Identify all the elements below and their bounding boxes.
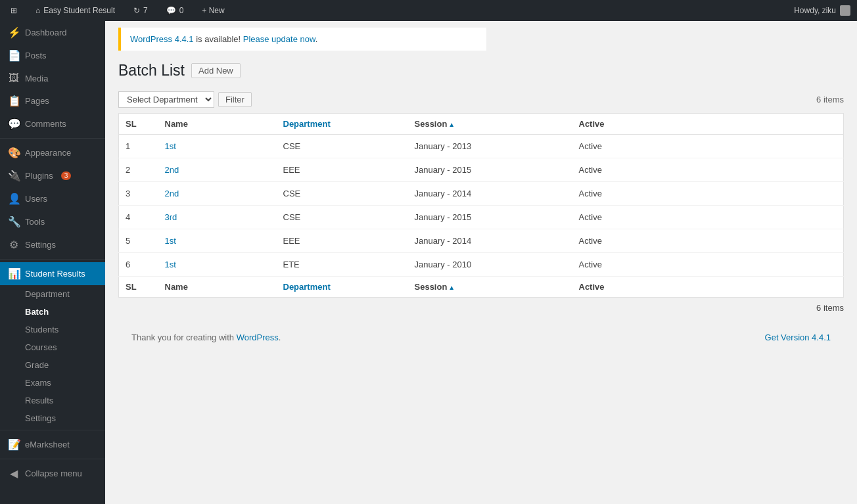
submenu-label: Students [25,325,58,334]
col-header-active: Active [572,113,844,134]
cell-sl: 1 [119,134,158,158]
col-header-name: Name [158,113,277,134]
cell-department: CSE [277,181,408,205]
batch-name-link[interactable]: 1st [165,260,176,269]
sidebar-item-student-results[interactable]: 📊 Student Results [0,262,105,285]
sidebar-item-users[interactable]: 👤 Users [0,187,105,210]
submenu-item-sr-settings[interactable]: Settings [0,409,105,427]
available-text: is available! [194,34,243,44]
pages-icon: 📋 [8,95,20,107]
filter-area: Select Department Filter [118,91,252,108]
footer-thanks-text: Thank you for creating with [131,332,237,342]
table-header-row: SL Name Department Session▲ Active [119,113,844,134]
main-content: WordPress 4.4.1 is available! Please upd… [105,21,857,504]
sidebar-item-media[interactable]: 🖼 Media [0,67,105,89]
sidebar-item-label: Dashboard [25,28,67,37]
table-row: 5 1st EEE January - 2014 Active [119,229,844,252]
student-results-icon: 📊 [8,267,20,280]
sort-icon: ▲ [448,121,455,128]
col-footer-session: Session▲ [408,276,572,297]
page-title-area: Batch List Add New [118,61,844,81]
submenu-item-exams[interactable]: Exams [0,374,105,392]
updates-count: 7 [143,6,148,15]
wp-version-link[interactable]: WordPress 4.4.1 [130,34,194,44]
submenu-item-batch[interactable]: Batch [0,303,105,321]
batch-name-link[interactable]: 3rd [165,212,177,222]
batch-name-link[interactable]: 2nd [165,189,179,198]
cell-session: January - 2014 [408,229,572,252]
sidebar-item-dashboard[interactable]: ⚡ Dashboard [0,21,105,44]
site-name-label: Easy Student Result [43,6,115,15]
new-label: + New [202,6,224,15]
cell-department: CSE [277,205,408,229]
sidebar-item-comments[interactable]: 💬 Comments [0,112,105,135]
cell-active: Active [572,205,844,229]
sidebar-item-label: Appearance [25,148,71,158]
submenu-item-department[interactable]: Department [0,285,105,303]
sidebar-item-tools[interactable]: 🔧 Tools [0,210,105,233]
wp-logo-button[interactable]: ⊞ [7,0,21,21]
cell-session: January - 2013 [408,134,572,158]
howdy-text: Howdy, ziku [794,6,836,15]
sidebar-item-appearance[interactable]: 🎨 Appearance [0,141,105,164]
col-header-department[interactable]: Department [277,113,408,134]
department-select[interactable]: Select Department [118,91,214,108]
media-icon: 🖼 [8,72,20,84]
table-row: 2 2nd EEE January - 2015 Active [119,158,844,181]
cell-sl: 5 [119,229,158,252]
cell-session: January - 2010 [408,252,572,276]
submenu-label: Results [25,396,53,405]
comments-button[interactable]: 💬 0 [162,0,188,21]
emarksheet-icon: 📝 [8,438,20,451]
footer-wp-link[interactable]: WordPress [237,332,279,342]
site-name-button[interactable]: ⌂ Easy Student Result [32,0,119,21]
new-content-button[interactable]: + New [198,0,228,21]
batch-name-link[interactable]: 1st [165,236,176,246]
cell-department: EEE [277,158,408,181]
updates-button[interactable]: ↻ 7 [129,0,152,21]
cell-active: Active [572,158,844,181]
items-count-bottom: 6 items [816,303,844,313]
tablenav-bottom: 6 items [118,303,844,313]
batch-name-link[interactable]: 1st [165,141,176,151]
footer-thanks: Thank you for creating with WordPress. [131,332,281,342]
submenu-item-courses[interactable]: Courses [0,338,105,356]
sidebar-item-plugins[interactable]: 🔌 Plugins 3 [0,164,105,187]
add-new-button[interactable]: Add New [191,63,241,78]
cell-session: January - 2015 [408,158,572,181]
submenu-item-students[interactable]: Students [0,321,105,338]
footer-version-link[interactable]: Get Version 4.4.1 [765,332,831,342]
table-body: 1 1st CSE January - 2013 Active 2 2nd EE… [119,134,844,276]
collapse-icon: ◀ [8,467,20,480]
cell-sl: 4 [119,205,158,229]
cell-name: 1st [158,252,277,276]
sidebar-item-label: Tools [25,217,45,227]
col-footer-active: Active [572,276,844,297]
sidebar-item-emarksheet[interactable]: 📝 eMarksheet [0,433,105,456]
sidebar: ⚡ Dashboard 📄 Posts 🖼 Media 📋 Pages 💬 Co… [0,21,105,504]
submenu-item-grade[interactable]: Grade [0,356,105,374]
filter-button[interactable]: Filter [218,92,252,107]
batch-name-link[interactable]: 2nd [165,165,179,175]
submenu-label: Batch [25,307,49,317]
sidebar-item-settings[interactable]: ⚙ Settings [0,233,105,256]
sidebar-item-posts[interactable]: 📄 Posts [0,44,105,67]
collapse-menu-button[interactable]: ◀ Collapse menu [0,462,105,485]
sidebar-item-pages[interactable]: 📋 Pages [0,89,105,112]
cell-sl: 6 [119,252,158,276]
cell-sl: 2 [119,158,158,181]
update-now-link[interactable]: Please update now [243,34,315,44]
posts-icon: 📄 [8,49,20,62]
col-footer-department[interactable]: Department [277,276,408,297]
user-avatar [840,5,850,16]
submenu-label: Exams [25,378,51,388]
submenu-item-results[interactable]: Results [0,392,105,409]
sort-icon: ▲ [448,284,455,291]
admin-bar: ⊞ ⌂ Easy Student Result ↻ 7 💬 0 + New Ho… [0,0,857,21]
cell-name: 3rd [158,205,277,229]
cell-department: ETE [277,252,408,276]
sidebar-item-label: Settings [25,240,56,250]
batch-table: SL Name Department Session▲ Active 1 1st… [118,113,844,298]
plugins-icon: 🔌 [8,170,20,182]
cell-name: 2nd [158,158,277,181]
